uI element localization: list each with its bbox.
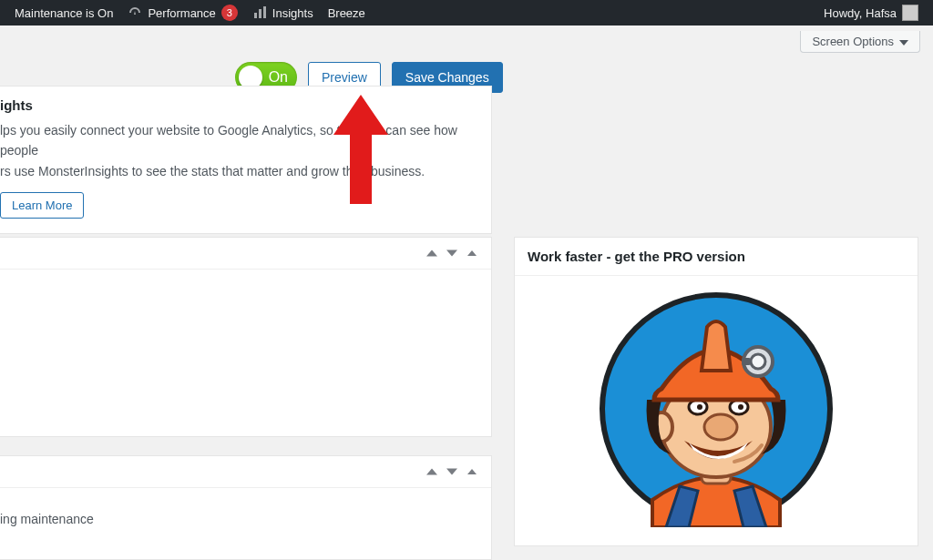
chevron-down-icon[interactable] [446, 247, 458, 260]
collapse-2-body-text: ing maintenance [0, 488, 491, 526]
adminbar-howdy-text: Howdy, Hafsa [824, 6, 897, 20]
chevron-up-icon[interactable] [425, 247, 438, 260]
pro-panel-body [515, 276, 918, 542]
svg-point-8 [704, 414, 737, 440]
admin-bar: Maintenance is On Performance 3 Insights… [0, 0, 933, 25]
collapse-panel-2: ing maintenance [0, 455, 492, 560]
svg-rect-15 [742, 358, 751, 365]
insights-desc-line2: rs use MonsterInsights to see the stats … [0, 164, 425, 178]
bar-chart-icon [252, 5, 267, 20]
mascot-icon [598, 290, 835, 527]
adminbar-maintenance[interactable]: Maintenance is On [7, 0, 120, 25]
insights-desc-line1: lps you easily connect your website to G… [0, 123, 457, 158]
screen-options-button[interactable]: Screen Options [800, 31, 920, 53]
adminbar-maintenance-label: Maintenance is On [15, 6, 113, 20]
adminbar-insights-label: Insights [272, 6, 313, 20]
chevron-down-icon[interactable] [446, 465, 458, 478]
insights-panel: ights lps you easily connect your websit… [0, 86, 492, 234]
toggle-label: On [269, 69, 288, 86]
adminbar-account[interactable]: Howdy, Hafsa [816, 0, 926, 25]
svg-rect-1 [259, 9, 261, 18]
screen-options-wrap: Screen Options [800, 31, 920, 53]
gauge-icon [128, 5, 142, 20]
insights-description: lps you easily connect your website to G… [0, 120, 478, 181]
admin-bar-right: Howdy, Hafsa [816, 0, 926, 25]
adminbar-performance[interactable]: Performance 3 [120, 0, 244, 25]
admin-bar-left: Maintenance is On Performance 3 Insights… [7, 0, 373, 25]
learn-more-button[interactable]: Learn More [0, 192, 84, 219]
collapse-panel-1-controls [0, 238, 491, 270]
adminbar-breeze-label: Breeze [328, 6, 365, 20]
adminbar-performance-label: Performance [148, 6, 215, 20]
caret-up-icon[interactable] [466, 465, 478, 478]
pro-panel: Work faster - get the PRO version [514, 237, 918, 546]
screen-options-label: Screen Options [812, 35, 894, 48]
adminbar-insights[interactable]: Insights [245, 0, 321, 25]
adminbar-breeze[interactable]: Breeze [321, 0, 373, 25]
pro-panel-title: Work faster - get the PRO version [515, 238, 918, 276]
avatar-icon [902, 5, 918, 21]
svg-point-12 [738, 404, 743, 410]
insights-title: ights [0, 97, 478, 113]
svg-point-14 [751, 354, 765, 369]
caret-down-icon [899, 35, 908, 48]
svg-rect-2 [263, 6, 266, 18]
collapse-panel-2-controls [0, 456, 491, 488]
chevron-up-icon[interactable] [425, 465, 438, 478]
svg-point-10 [697, 404, 702, 410]
performance-badge: 3 [221, 5, 238, 21]
collapse-panel-1 [0, 237, 492, 437]
svg-rect-0 [254, 13, 257, 18]
caret-up-icon[interactable] [466, 247, 478, 260]
